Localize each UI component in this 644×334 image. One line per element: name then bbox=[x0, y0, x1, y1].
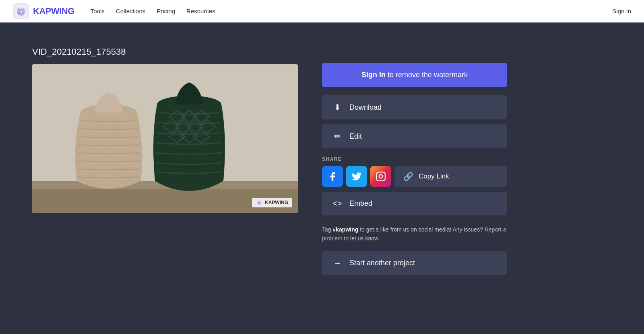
facebook-icon bbox=[327, 171, 338, 182]
tag-end: to let us know. bbox=[343, 235, 380, 242]
sign-in-rest: to remove the watermark bbox=[386, 71, 468, 79]
main-content: VID_20210215_175538 bbox=[0, 23, 564, 299]
video-watermark: KAPWING bbox=[252, 198, 292, 207]
embed-label: Embed bbox=[349, 199, 372, 208]
nav-tools[interactable]: Tools bbox=[91, 8, 105, 14]
edit-label: Edit bbox=[349, 132, 362, 141]
nav-pricing[interactable]: Pricing bbox=[157, 8, 175, 14]
logo-link[interactable]: KAPWING bbox=[13, 3, 74, 19]
sign-in-watermark-button[interactable]: Sign in to remove the watermark bbox=[322, 63, 507, 87]
tag-text-area: Tag #kapwing to get a like from us on so… bbox=[322, 225, 507, 243]
tag-after: to get a like from us on social media! A… bbox=[358, 226, 483, 233]
video-container: KAPWING bbox=[32, 64, 298, 213]
nav-collections[interactable]: Collections bbox=[116, 8, 145, 14]
download-button[interactable]: ⬇ Download bbox=[322, 95, 507, 119]
right-panel: Sign in to remove the watermark ⬇ Downlo… bbox=[322, 47, 507, 275]
start-project-button[interactable]: → Start another project bbox=[322, 251, 507, 275]
left-panel: VID_20210215_175538 bbox=[32, 47, 298, 275]
svg-point-9 bbox=[21, 13, 22, 14]
vase-scene-svg bbox=[32, 64, 298, 213]
kapwing-logo-icon bbox=[13, 3, 29, 19]
share-row: 🔗 Copy Link bbox=[322, 166, 507, 187]
edit-button[interactable]: ✏ Edit bbox=[322, 124, 507, 148]
svg-point-8 bbox=[22, 12, 23, 13]
watermark-logo-icon bbox=[256, 199, 262, 206]
download-icon: ⬇ bbox=[332, 102, 343, 112]
nav: Tools Collections Pricing Resources bbox=[91, 8, 612, 14]
header: KAPWING Tools Collections Pricing Resour… bbox=[0, 0, 644, 23]
link-icon: 🔗 bbox=[402, 172, 414, 181]
share-label: SHARE bbox=[322, 156, 507, 162]
embed-button[interactable]: <> Embed bbox=[322, 192, 507, 215]
embed-icon: <> bbox=[332, 199, 343, 208]
header-sign-in[interactable]: Sign In bbox=[612, 8, 631, 14]
tag-before: Tag bbox=[322, 226, 332, 233]
twitter-icon bbox=[351, 171, 362, 182]
download-label: Download bbox=[349, 103, 382, 112]
facebook-share-button[interactable] bbox=[322, 166, 343, 187]
instagram-icon bbox=[376, 171, 386, 182]
twitter-share-button[interactable] bbox=[346, 166, 367, 187]
svg-rect-19 bbox=[376, 172, 385, 181]
video-preview bbox=[32, 64, 298, 213]
logo-text: KAPWING bbox=[33, 6, 74, 16]
nav-resources[interactable]: Resources bbox=[186, 8, 215, 14]
watermark-text: KAPWING bbox=[265, 200, 288, 205]
copy-link-label: Copy Link bbox=[419, 172, 449, 180]
copy-link-button[interactable]: 🔗 Copy Link bbox=[394, 166, 507, 187]
edit-icon: ✏ bbox=[332, 131, 343, 141]
svg-point-7 bbox=[19, 12, 20, 13]
instagram-share-button[interactable] bbox=[370, 166, 391, 187]
tag-hashtag: #kapwing bbox=[332, 226, 358, 233]
start-project-label: Start another project bbox=[349, 259, 415, 267]
arrow-right-icon: → bbox=[332, 258, 343, 268]
sign-in-bold: Sign in bbox=[361, 71, 386, 79]
share-section: SHARE bbox=[322, 156, 507, 187]
video-title: VID_20210215_175538 bbox=[32, 47, 298, 57]
